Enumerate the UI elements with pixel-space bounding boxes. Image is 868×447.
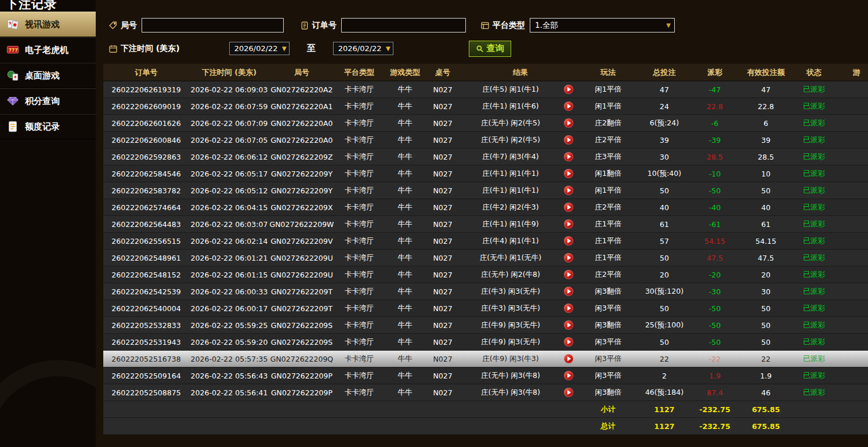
cell-play-method: 闲1平倍 <box>581 98 635 114</box>
cell-order-no: 260222062609019 <box>103 98 189 114</box>
column-header: 游 <box>832 64 868 81</box>
main-content: 局号 订单号 平台类型 1.全部 ▼ <box>96 0 868 447</box>
sidebar-item-gem[interactable]: 积分查询 <box>0 88 96 114</box>
cell-valid-bet: 50 <box>736 182 796 199</box>
table-row[interactable]: 260222052516738 2026-02-22 05:57:35 GN02… <box>103 351 868 367</box>
cell-round-no: GN027262220A0 <box>269 132 334 148</box>
cell-play-method: 闲1翻倍 <box>581 165 635 182</box>
play-video-button[interactable] <box>564 320 573 330</box>
table-row[interactable]: 260222062574664 2026-02-22 06:04:15 GN02… <box>103 199 868 216</box>
sidebar-item-table-games[interactable]: 桌面游戏 <box>0 63 96 88</box>
table-row[interactable]: 260222062619319 2026-02-22 06:09:03 GN02… <box>103 81 868 98</box>
cell-play-method: 庄2平倍 <box>581 266 635 283</box>
cell-game-type: 牛牛 <box>384 81 426 98</box>
sidebar-item-cards[interactable]: 9视讯游戏 <box>0 12 96 37</box>
cell-payout: 54.15 <box>694 233 736 249</box>
round-number-input[interactable] <box>142 18 284 33</box>
cell-payout: -232.75 <box>694 418 736 434</box>
cell-extra <box>832 250 868 266</box>
play-video-button[interactable] <box>564 219 573 229</box>
play-video-button[interactable] <box>564 287 573 296</box>
status-badge: 已派彩 <box>796 384 832 401</box>
filter-row-2: 下注时间 (美东) 2026/02/22 ▼ 至 2026/02/22 ▼ 查询 <box>108 41 868 56</box>
play-video-button[interactable] <box>564 236 573 246</box>
sidebar-menu: 9视讯游戏777电子老虎机桌面游戏积分查询额度记录 <box>0 12 96 139</box>
cell-total-bet: 50 <box>635 300 694 316</box>
play-video-button[interactable] <box>564 135 573 145</box>
table-row[interactable]: 260222062609019 2026-02-22 06:07:59 GN02… <box>103 98 868 115</box>
table-row[interactable]: 260222062556515 2026-02-22 06:02:14 GN02… <box>103 233 868 250</box>
table-row[interactable]: 260222062540004 2026-02-22 06:00:17 GN02… <box>103 300 868 317</box>
cell-total-bet: 57 <box>635 233 694 249</box>
query-button[interactable]: 查询 <box>469 41 511 57</box>
cell-platform-type: 卡卡湾厅 <box>334 367 384 384</box>
cell-total-bet: 20 <box>635 266 694 283</box>
sidebar: 9视讯游戏777电子老虎机桌面游戏积分查询额度记录 <box>0 0 96 447</box>
cell-order-no: 260222052516738 <box>103 351 189 367</box>
cell-game-type: 牛牛 <box>384 199 426 215</box>
cell-valid-bet: 22 <box>736 351 796 367</box>
play-video-button[interactable] <box>564 253 573 262</box>
play-video-button[interactable] <box>564 371 573 380</box>
cell-game-type: 牛牛 <box>384 367 426 384</box>
play-video-button[interactable] <box>564 354 573 363</box>
table-row[interactable]: 260222062564483 2026-02-22 06:03:07 GN02… <box>103 216 868 233</box>
play-video-button[interactable] <box>564 337 573 347</box>
cell-total-bet: 39 <box>635 132 694 148</box>
play-video-button[interactable] <box>564 85 573 94</box>
column-header: 有效投注额 <box>736 64 796 81</box>
cell-play-method: 闲3平倍 <box>581 367 635 384</box>
query-button-label: 查询 <box>487 43 504 54</box>
column-header: 总投注 <box>635 64 694 81</box>
table-row[interactable]: 260222062600846 2026-02-22 06:07:05 GN02… <box>103 132 868 149</box>
table-row[interactable]: 260222062548152 2026-02-22 06:01:15 GN02… <box>103 266 868 283</box>
result-text: 庄(牛9) 闲3(牛3) <box>482 354 538 364</box>
cell-order-no: 260222062564483 <box>103 216 189 232</box>
sidebar-item-document[interactable]: 额度记录 <box>0 114 96 139</box>
table-row[interactable]: 260222052508875 2026-02-22 05:56:41 GN02… <box>103 384 868 401</box>
result-text: 庄(牛5) 闲1(牛1) <box>482 85 538 95</box>
table-row[interactable]: 260222062584546 2026-02-22 06:05:17 GN02… <box>103 165 868 182</box>
order-number-input[interactable] <box>341 18 466 33</box>
cell-play-method: 庄2平倍 <box>581 199 635 215</box>
play-video-button[interactable] <box>564 169 573 178</box>
sidebar-item-label: 额度记录 <box>25 121 60 132</box>
cell-table-no: N027 <box>426 132 460 148</box>
result-text: 庄(无牛) 闲1(无牛) <box>480 253 541 263</box>
table-row[interactable]: 260222052509164 2026-02-22 05:56:43 GN02… <box>103 367 868 384</box>
play-video-button[interactable] <box>564 118 573 128</box>
table-row[interactable]: 260222052532833 2026-02-22 05:59:25 GN02… <box>103 317 868 334</box>
play-video-button[interactable] <box>564 102 573 111</box>
table-row[interactable]: 260222062583782 2026-02-22 06:05:12 GN02… <box>103 182 868 199</box>
cell-result: 庄(牛9) 闲3(无牛) <box>460 317 581 333</box>
cell-total-bet: 30(预:120) <box>635 283 694 300</box>
cell-table-no: N027 <box>426 250 460 266</box>
cell-round-no: GN0272622209X <box>269 199 334 215</box>
cell-total-bet: 24 <box>635 98 694 114</box>
cell-play-method: 闲1平倍 <box>581 182 635 199</box>
cell-play-method: 闲3平倍 <box>581 351 635 367</box>
cell-extra <box>832 334 868 350</box>
sidebar-item-slot-777[interactable]: 777电子老虎机 <box>0 37 96 63</box>
play-video-button[interactable] <box>564 388 573 397</box>
cell-platform-type: 卡卡湾厅 <box>334 233 384 249</box>
platform-type-select[interactable]: 1.全部 ▼ <box>530 18 675 33</box>
table-row[interactable]: 260222062542539 2026-02-22 06:00:33 GN02… <box>103 283 868 300</box>
betting-records-app: 下注记录 9视讯游戏777电子老虎机桌面游戏积分查询额度记录 局号 订单号 <box>0 0 868 447</box>
play-video-button[interactable] <box>564 203 573 212</box>
table-row[interactable]: 260222062548961 2026-02-22 06:01:21 GN02… <box>103 250 868 266</box>
table-row[interactable]: 260222062592863 2026-02-22 06:06:12 GN02… <box>103 149 868 165</box>
play-video-button[interactable] <box>564 270 573 279</box>
table-row[interactable]: 260222052531943 2026-02-22 05:59:20 GN02… <box>103 334 868 351</box>
result-text: 庄(牛3) 闲3(无牛) <box>481 304 540 313</box>
play-video-button[interactable] <box>564 152 573 161</box>
date-to-select[interactable]: 2026/02/22 ▼ <box>333 42 393 55</box>
cell-order-no: 260222052508875 <box>103 384 189 401</box>
cell-bet-time: 2026-02-22 06:07:09 <box>189 115 269 131</box>
date-from-select[interactable]: 2026/02/22 ▼ <box>229 42 290 55</box>
table-games-icon <box>6 69 20 82</box>
cell-order-no: 260222052532833 <box>103 317 189 333</box>
play-video-button[interactable] <box>564 304 573 313</box>
play-video-button[interactable] <box>564 186 573 195</box>
table-row[interactable]: 260222062601626 2026-02-22 06:07:09 GN02… <box>103 115 868 132</box>
